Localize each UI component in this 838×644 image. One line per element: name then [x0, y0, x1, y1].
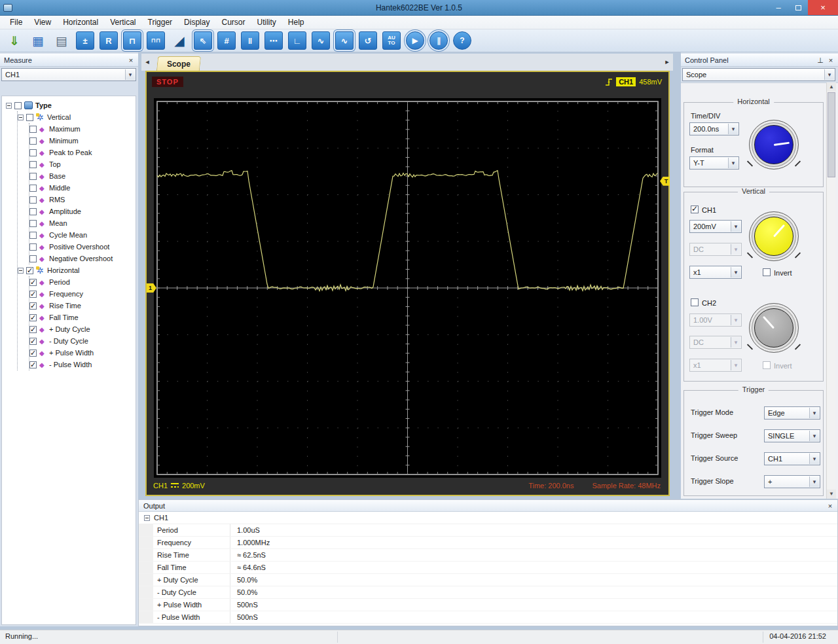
measure-item-base[interactable]: ◆Base: [29, 170, 136, 182]
measure-item-rms[interactable]: ◆RMS: [29, 194, 136, 206]
sine-wave-icon[interactable]: ∿: [312, 31, 330, 50]
scrollbar-thumb[interactable]: [828, 92, 835, 177]
menu-utility[interactable]: Utility: [251, 16, 282, 29]
trigger-sweep-select[interactable]: SINGLE▾: [764, 429, 820, 442]
checkbox-duty-cycle[interactable]: [29, 326, 37, 333]
checkbox-top[interactable]: [29, 161, 37, 168]
checkbox-cycle-mean[interactable]: [29, 232, 37, 239]
expander-icon[interactable]: [18, 115, 24, 120]
checkbox-negative-overshoot[interactable]: [29, 255, 37, 262]
ch2-enable-checkbox[interactable]: [691, 298, 699, 306]
tab-scope[interactable]: Scope: [156, 56, 201, 71]
checkbox-period[interactable]: [29, 279, 37, 286]
checkbox-maximum[interactable]: [29, 126, 37, 133]
print-icon[interactable]: ▤: [52, 31, 71, 50]
measure-item-rise-time[interactable]: ◆Rise Time: [29, 300, 136, 312]
measure-item-negative-overshoot[interactable]: ◆Negative Overshoot: [29, 253, 136, 264]
expander-icon[interactable]: [6, 103, 12, 109]
pulse-view-icon[interactable]: ⊓: [123, 31, 141, 50]
grid-icon[interactable]: #: [217, 31, 236, 50]
minimize-button[interactable]: –: [769, 0, 788, 15]
trigger-slope-icon[interactable]: ◢: [170, 31, 189, 50]
output-close-icon[interactable]: ×: [826, 501, 835, 510]
format-select[interactable]: Y-T▾: [689, 156, 739, 170]
tab-scroll-right-icon[interactable]: ▸: [663, 56, 672, 67]
sine-fit-icon[interactable]: ∿: [335, 31, 354, 50]
measure-item-amplitude[interactable]: ◆Amplitude: [29, 206, 136, 217]
checkbox-pulse-width[interactable]: [29, 361, 37, 368]
collapse-icon[interactable]: [144, 515, 150, 521]
measure-channel-select[interactable]: CH1▾: [1, 68, 136, 81]
open-icon[interactable]: ⇓: [5, 31, 24, 50]
menu-view[interactable]: View: [28, 16, 57, 29]
math-fft-icon[interactable]: ±: [76, 31, 94, 50]
measure-item-mean[interactable]: ◆Mean: [29, 217, 136, 229]
dual-pulse-view-icon[interactable]: ⊓⊓: [147, 31, 165, 50]
ch1-volts-select[interactable]: 200mV▾: [689, 220, 742, 233]
vertical-cursor-icon[interactable]: ‖: [241, 31, 259, 50]
time-div-select[interactable]: 200.0ns▾: [689, 122, 739, 135]
refresh-icon[interactable]: ↺: [359, 31, 377, 50]
checkbox-frequency[interactable]: [29, 291, 37, 298]
trigger-level-marker[interactable]: T: [660, 177, 670, 186]
checkbox-rise-time[interactable]: [29, 302, 37, 310]
ch2-volts-select[interactable]: 1.00V▾: [689, 313, 742, 327]
measure-item-middle[interactable]: ◆Middle: [29, 182, 136, 194]
menu-file[interactable]: File: [4, 16, 28, 29]
maximize-button[interactable]: [788, 0, 808, 15]
checkbox-middle[interactable]: [29, 185, 37, 192]
menu-vertical[interactable]: Vertical: [104, 16, 141, 29]
measure-item-type[interactable]: Type: [6, 99, 136, 111]
measure-item-pulse-width[interactable]: ◆+ Pulse Width: [29, 347, 136, 359]
measure-item-maximum[interactable]: ◆Maximum: [29, 123, 136, 135]
measure-item-cycle-mean[interactable]: ◆Cycle Mean: [29, 229, 136, 241]
checkbox-horizontal[interactable]: [26, 267, 33, 274]
checkbox-vertical[interactable]: [26, 114, 33, 121]
measure-close-icon[interactable]: ×: [126, 56, 136, 65]
ch1-volts-knob[interactable]: [749, 211, 799, 261]
checkbox-mean[interactable]: [29, 220, 37, 227]
measure-item-peak-to-peak[interactable]: ◆Peak to Peak: [29, 147, 136, 158]
start-icon[interactable]: ▶: [406, 31, 424, 50]
expander-icon[interactable]: [18, 268, 24, 274]
ch1-invert-checkbox[interactable]: [763, 268, 771, 276]
checkbox-pulse-width[interactable]: [29, 349, 37, 357]
checkbox-base[interactable]: [29, 173, 37, 180]
menu-help[interactable]: Help: [282, 16, 310, 29]
checkbox-minimum[interactable]: [29, 137, 37, 145]
save-icon[interactable]: ▦: [29, 31, 47, 50]
measure-item-frequency[interactable]: ◆Frequency: [29, 288, 136, 300]
control-mode-select[interactable]: Scope▾: [682, 68, 835, 81]
control-panel-scrollbar[interactable]: ▲ ▼: [826, 82, 835, 499]
checkbox-duty-cycle[interactable]: [29, 338, 37, 345]
trigger-slope-select[interactable]: +▾: [764, 475, 820, 488]
output-group-row[interactable]: CH1: [139, 512, 837, 524]
reference-wave-icon[interactable]: R: [100, 31, 118, 50]
menu-cursor[interactable]: Cursor: [215, 16, 251, 29]
horizontal-cursor-icon[interactable]: ⋯: [264, 31, 283, 50]
measure-item-pulse-width[interactable]: ◆- Pulse Width: [29, 359, 136, 370]
menu-horizontal[interactable]: Horizontal: [57, 16, 104, 29]
ch1-enable-checkbox[interactable]: [691, 206, 699, 213]
trigger-source-select[interactable]: CH1▾: [764, 452, 820, 465]
measure-item-vertical[interactable]: ✲Vertical: [18, 111, 136, 123]
scroll-up-icon[interactable]: ▲: [827, 82, 836, 92]
checkbox-peak-to-peak[interactable]: [29, 149, 37, 156]
help-icon[interactable]: ?: [453, 31, 471, 50]
ch1-coupling-select[interactable]: DC▾: [689, 243, 742, 256]
ch2-invert-checkbox[interactable]: [763, 361, 771, 369]
measure-item-duty-cycle[interactable]: ◆- Duty Cycle: [29, 335, 136, 347]
close-button[interactable]: ×: [808, 0, 838, 15]
tab-scroll-left-icon[interactable]: ◂: [143, 56, 152, 67]
control-panel-close-icon[interactable]: ×: [826, 56, 835, 65]
time-div-knob[interactable]: [749, 120, 799, 170]
measure-item-duty-cycle[interactable]: ◆+ Duty Cycle: [29, 323, 136, 335]
measure-item-horizontal[interactable]: ✲Horizontal: [18, 264, 136, 276]
checkbox-rms[interactable]: [29, 196, 37, 204]
checkbox-amplitude[interactable]: [29, 208, 37, 215]
ch1-probe-select[interactable]: x1▾: [689, 266, 742, 279]
ch2-probe-select[interactable]: x1▾: [689, 359, 742, 372]
step-wave-icon[interactable]: ∟: [288, 31, 306, 50]
measure-item-positive-overshoot[interactable]: ◆Positive Overshoot: [29, 241, 136, 253]
auto-set-icon[interactable]: AUTO: [382, 31, 401, 50]
